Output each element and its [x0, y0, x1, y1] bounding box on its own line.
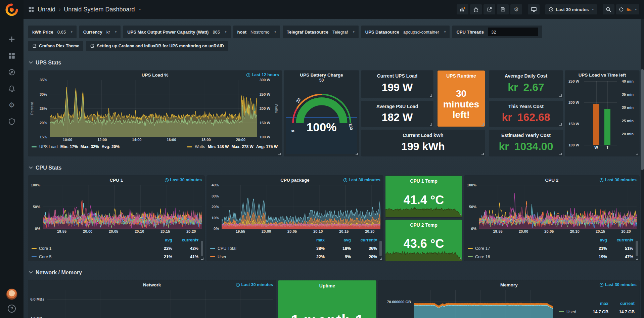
legend-sort-current[interactable]: current▾: [172, 237, 198, 242]
explore-icon[interactable]: [0, 64, 24, 80]
panel-resize-handle[interactable]: [380, 258, 382, 260]
panel-title[interactable]: CPU package: [280, 178, 309, 183]
legend-series[interactable]: UPS Load: [39, 144, 58, 149]
chevron-down-icon[interactable]: ▾: [139, 8, 141, 11]
bar-chart[interactable]: [584, 81, 617, 145]
panel-resize-handle[interactable]: [481, 123, 484, 126]
ups-load-chart[interactable]: [50, 80, 257, 137]
legend-series[interactable]: Watts: [195, 144, 205, 149]
tv-kiosk-button[interactable]: [528, 4, 540, 14]
legend-sort-avg[interactable]: avg: [581, 238, 607, 242]
cpu1-chart[interactable]: [43, 185, 202, 229]
stat-title[interactable]: Average Daily Cost: [489, 73, 563, 79]
variable-kwh-price[interactable]: kWh Price0.65▾: [28, 26, 77, 38]
variable-telegraf-datasource[interactable]: Telegraf DatasourceTelegraf▾: [283, 26, 359, 38]
variable-cpu-threads[interactable]: CPU Threads: [452, 26, 542, 38]
scrollbar-thumb[interactable]: [641, 69, 644, 170]
panel-time-range[interactable]: Last 30 minutes: [236, 282, 273, 287]
stat-title[interactable]: CPU 1 Temp: [385, 178, 462, 184]
panel-resize-handle[interactable]: [430, 123, 432, 126]
panel-resize-handle[interactable]: [430, 94, 432, 97]
panel-resize-handle[interactable]: [636, 258, 638, 260]
cpu-package-chart[interactable]: [222, 185, 380, 229]
stat-title[interactable]: Uptime: [278, 283, 376, 288]
panel-title[interactable]: Memory: [500, 282, 518, 287]
stat-title[interactable]: Estimated Yearly Cost: [489, 133, 563, 138]
variable-ups-datasource[interactable]: UPS Datasourceapcupsd-container▾: [361, 26, 450, 38]
panel-title[interactable]: UPS Battery Charge: [300, 73, 343, 78]
apps-icon[interactable]: [28, 6, 34, 12]
dashboard-link[interactable]: Setting up Grafana and InfluxDB for UPS …: [86, 41, 228, 51]
stat-title[interactable]: CPU 2 Temp: [385, 222, 462, 228]
panel-title[interactable]: Network: [143, 282, 161, 287]
panel-resize-handle[interactable]: [201, 258, 203, 260]
legend-series[interactable]: Core 5: [32, 255, 146, 259]
panel-title[interactable]: CPU 1: [110, 178, 123, 183]
panel-resize-handle[interactable]: [356, 153, 358, 155]
panel-resize-handle[interactable]: [559, 123, 562, 126]
panel-time-range[interactable]: Last 30 minutes: [599, 282, 637, 287]
cpu2-chart[interactable]: [479, 185, 637, 229]
refresh-control[interactable]: 5s ▾: [616, 4, 639, 14]
zoom-out-button[interactable]: [603, 4, 614, 14]
section-cpu-stats[interactable]: CPU Stats: [28, 162, 639, 174]
panel-title[interactable]: UPS Load %: [142, 73, 169, 78]
legend-sort-max[interactable]: max: [582, 301, 608, 306]
panel-resize-handle[interactable]: [278, 153, 281, 155]
time-range-picker[interactable]: Last 30 minutes ▾: [545, 4, 597, 14]
panel-time-range[interactable]: Last 30 minutes: [599, 178, 637, 182]
network-chart[interactable]: [47, 290, 273, 318]
dashboards-icon[interactable]: [0, 47, 24, 64]
section-network-memory[interactable]: Network / Memory: [28, 267, 639, 278]
add-panel-button[interactable]: [457, 4, 468, 14]
stat-title[interactable]: Average PSU Load: [361, 104, 433, 109]
legend-sort-current[interactable]: current▾: [607, 237, 633, 242]
grafana-logo-icon[interactable]: [5, 3, 18, 17]
alerting-icon[interactable]: [0, 80, 24, 97]
panel-resize-handle[interactable]: [559, 153, 562, 155]
legend-series[interactable]: User: [210, 255, 298, 259]
bar-T[interactable]: [604, 109, 610, 145]
panel-title[interactable]: CPU 2: [545, 178, 559, 183]
legend-scrollbar[interactable]: [379, 241, 382, 256]
legend-sort-avg[interactable]: avg: [325, 238, 351, 242]
panel-resize-handle[interactable]: [636, 153, 638, 155]
breadcrumb-root[interactable]: Unraid: [38, 6, 55, 13]
help-icon[interactable]: ?: [8, 305, 16, 313]
legend-sort-avg[interactable]: avg: [146, 238, 172, 242]
stat-title[interactable]: This Years Cost: [489, 104, 563, 109]
stat-title[interactable]: Current Load kWh: [361, 133, 485, 138]
panel-resize-handle[interactable]: [559, 94, 562, 97]
user-avatar[interactable]: [6, 288, 17, 300]
legend-scrollbar[interactable]: [201, 241, 203, 256]
star-button[interactable]: [470, 4, 482, 14]
panel-time-range[interactable]: Last 30 minutes: [343, 178, 380, 182]
add-icon[interactable]: [0, 31, 24, 47]
battery-gauge[interactable]: 0 20 50 100 100%: [286, 79, 357, 154]
section-ups-stats[interactable]: UPS Stats: [28, 57, 639, 69]
legend-scrollbar[interactable]: [636, 241, 638, 256]
variable-currency[interactable]: Currencykr▾: [79, 26, 121, 38]
variable-host[interactable]: hostNostromo▾: [233, 26, 280, 38]
bar-W[interactable]: [593, 104, 599, 145]
panel-time-range[interactable]: Last 30 minutes: [165, 178, 202, 182]
legend-series[interactable]: Core 17: [468, 246, 581, 251]
legend-series[interactable]: Core 16: [468, 255, 581, 259]
dashboard-settings-button[interactable]: ⚙: [510, 4, 522, 14]
share-button[interactable]: [484, 4, 495, 14]
stat-title[interactable]: Current UPS Load: [361, 73, 433, 79]
security-icon[interactable]: [0, 113, 24, 130]
legend-series[interactable]: CPU Total: [210, 246, 298, 251]
variable-input-cpu-threads[interactable]: [488, 28, 538, 36]
legend-sort-max[interactable]: max: [298, 238, 325, 242]
configuration-icon[interactable]: ⚙: [0, 97, 24, 113]
stat-title[interactable]: UPS Runtime: [438, 73, 485, 79]
legend-series[interactable]: Core 1: [32, 246, 146, 251]
dashboard-title[interactable]: Unraid System Dashboard: [64, 6, 135, 13]
legend-sort-current[interactable]: current▾: [351, 237, 377, 242]
memory-chart[interactable]: [414, 290, 553, 318]
variable-ups-max-output-power-capacity-watt[interactable]: UPS Max Output Power Capacity (Watt)865▾: [123, 26, 230, 38]
page-scrollbar[interactable]: [641, 19, 644, 318]
panel-time-range[interactable]: Last 12 hours: [246, 73, 279, 77]
save-button[interactable]: [497, 4, 509, 14]
